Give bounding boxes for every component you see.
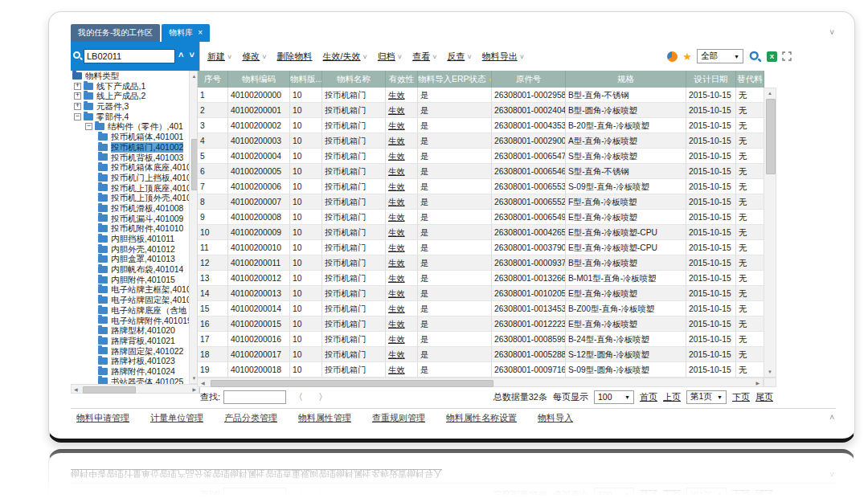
tree-expander-icon[interactable]: − <box>85 123 92 130</box>
table-row[interactable]: 184010020001710投币机箱门生效是26308001-0005288S… <box>198 347 764 362</box>
tree-item[interactable]: 内胆附件,401015 <box>71 275 189 285</box>
toolbar-button[interactable]: 修改˅ <box>242 51 266 63</box>
recent-pie-icon[interactable] <box>667 51 678 62</box>
table-vertical-scrollbar[interactable]: ▲ ▼ <box>764 88 776 378</box>
tree-item[interactable]: 投币机漏斗,401009 <box>71 214 189 224</box>
table-row[interactable]: 44010020000310投币机箱门生效是26308001-0002900A型… <box>198 133 764 149</box>
scroll-up-icon[interactable]: ▲ <box>764 91 776 96</box>
tree-item[interactable]: 路牌衬板,401023 <box>71 356 189 366</box>
find-next-icon[interactable]: 〉 <box>318 392 334 402</box>
table-search-icon[interactable] <box>750 51 761 62</box>
tree-item[interactable]: 内胆盒罩,401013 <box>71 254 189 264</box>
toolbar-button[interactable]: 物料导出˅ <box>482 51 524 63</box>
column-header[interactable]: 物料编码 <box>228 71 290 88</box>
table-row[interactable]: 164010020001510投币机箱门生效是26308001-0012223E… <box>198 316 764 332</box>
tree-item[interactable]: 电子站牌主框架,4010 <box>71 284 189 295</box>
tree-item[interactable]: 内胆外壳,401012 <box>71 244 189 255</box>
tree-item[interactable]: −结构件（零件）,401 <box>71 121 189 132</box>
column-header[interactable]: 物料名称 <box>322 71 386 88</box>
footer-link[interactable]: 查重规则管理 <box>372 412 425 424</box>
table-row[interactable]: 134010020001210投币机箱门生效是26308001-0013266B… <box>198 271 764 286</box>
table-row[interactable]: 64010020000510投币机箱门生效是26308001-0006546S型… <box>198 164 764 179</box>
footer-link[interactable]: 物料导入 <box>538 412 573 424</box>
tree-item[interactable]: 路牌固定架,401022 <box>71 346 189 357</box>
footer-link[interactable]: 物料属性名称设置 <box>446 412 517 424</box>
current-page-select[interactable]: 第1页 ▼ <box>686 390 727 404</box>
expand-fullscreen-icon[interactable] <box>782 51 792 61</box>
table-row[interactable]: 14010020000010投币机箱门生效是26308001-0002958B型… <box>198 88 764 103</box>
tree-item[interactable]: 路牌型材,401020 <box>71 325 189 336</box>
table-row[interactable]: 124010020001110投币机箱门生效是26308001-0000937B… <box>198 255 764 271</box>
scroll-left-icon[interactable]: ◀ <box>74 385 78 394</box>
column-header[interactable]: 物料导入ERP状态▼ <box>418 71 492 88</box>
next-page-link[interactable]: 下页 <box>732 391 750 403</box>
tab-material-library[interactable]: 物料库× <box>162 24 210 42</box>
tree-item[interactable]: 投币机门上挡板,4010 <box>71 173 189 183</box>
footer-link[interactable]: 产品分类管理 <box>224 412 277 424</box>
tree-expander-icon[interactable]: + <box>74 92 81 100</box>
scroll-right-icon[interactable]: ▶ <box>192 385 196 394</box>
tree-item[interactable]: 投币机附件,401010 <box>71 223 189 234</box>
first-page-link[interactable]: 首页 <box>640 391 657 403</box>
tree-item[interactable]: 投币机箱体,401001 <box>71 132 189 142</box>
table-row[interactable]: 194010020001810投币机箱门生效是26308001-0009716S… <box>198 362 764 378</box>
tree-item[interactable]: 路牌背板,401021 <box>71 336 189 346</box>
table-row[interactable]: 94010020000810投币机箱门生效是26308001-0006549E型… <box>198 210 764 225</box>
tree-expander-icon[interactable]: + <box>74 83 81 90</box>
column-header[interactable]: 替代料 <box>736 71 764 88</box>
favorite-star-icon[interactable]: ★ <box>682 51 692 62</box>
column-header[interactable]: 物料版... <box>290 71 322 88</box>
column-header[interactable]: 原件号 <box>492 71 566 88</box>
search-input[interactable] <box>84 49 175 63</box>
collapse-panel-chevron-icon[interactable]: ˅ <box>829 29 834 37</box>
table-row[interactable]: 84010020000710投币机箱门生效是26308001-0006552F型… <box>198 194 764 210</box>
tree-item[interactable]: −零部件,4 <box>71 112 189 122</box>
toolbar-button[interactable]: 新建˅ <box>207 51 231 63</box>
tree-item[interactable]: 电子站牌固定架,4010 <box>71 295 189 305</box>
tree-item[interactable]: 内胆挡板,401011 <box>71 234 189 244</box>
toolbar-button[interactable]: 归档˅ <box>378 51 402 63</box>
table-row[interactable]: 154010020001410投币机箱门生效是26308001-0013453B… <box>198 301 764 316</box>
scrollbar-thumb[interactable] <box>211 380 493 387</box>
table-row[interactable]: 74010020000610投币机箱门生效是26308001-0006553S-… <box>198 179 764 194</box>
column-header[interactable]: 设计日期 <box>686 71 736 88</box>
tree-item[interactable]: +元器件,3 <box>71 101 189 112</box>
tree-horizontal-scrollbar[interactable]: ◀ ▶ <box>71 384 199 394</box>
footer-link[interactable]: 计量单位管理 <box>150 412 203 424</box>
footer-link[interactable]: 物料申请管理 <box>76 412 129 424</box>
tree-expander-icon[interactable]: + <box>74 103 81 110</box>
excel-export-icon[interactable]: X <box>767 51 777 62</box>
tree-item[interactable]: 书站器壳体,401025 <box>71 377 189 384</box>
tree-expander-icon[interactable]: − <box>74 113 81 120</box>
toolbar-button[interactable]: 删除物料 <box>277 51 313 63</box>
footer-collapse-chevron-icon[interactable]: ˄ <box>829 413 834 422</box>
tree-item[interactable]: 路牌附件,401024 <box>71 366 189 377</box>
tree-item[interactable]: +线上产成品,2 <box>71 91 189 101</box>
scope-select[interactable]: 全部 ▼ <box>697 49 743 63</box>
tree-item[interactable]: 内胆帆布袋,401014 <box>71 264 189 275</box>
table-row[interactable]: 34010020000210投币机箱门生效是26308001-0004353B-… <box>198 118 764 133</box>
table-row[interactable]: 174010020001610投币机箱门生效是26308001-0008599B… <box>198 332 764 347</box>
scroll-left-icon[interactable]: ◀ <box>201 378 205 388</box>
tree-item[interactable]: +线下产成品,1 <box>71 81 189 92</box>
tab-close-icon[interactable]: × <box>198 28 203 37</box>
tree-item[interactable]: 电子站牌附件,401019 <box>71 316 189 326</box>
tree-item[interactable]: 投币机上顶外壳,4010 <box>71 193 189 203</box>
tab-my-workspace[interactable]: 我的任务-我的工作区 <box>71 24 160 42</box>
table-row[interactable]: 104010020000910投币机箱门生效是26308001-0004265E… <box>198 225 764 240</box>
search-next-icon[interactable]: ˅ <box>190 50 196 59</box>
footer-link[interactable]: 物料属性管理 <box>298 412 351 424</box>
scroll-right-icon[interactable]: ▶ <box>755 378 760 388</box>
tree-item[interactable]: 电子站牌底座（含地 <box>71 305 189 316</box>
prev-page-link[interactable]: 上页 <box>663 391 681 403</box>
tree-item[interactable]: 投币机上顶底座,4010 <box>71 183 189 194</box>
tree-item[interactable]: 投币机箱门,401002 <box>71 142 189 153</box>
tree-item[interactable]: 投币机背板,401003 <box>71 153 189 163</box>
tree-item[interactable]: 投币机滑板,401008 <box>71 203 189 214</box>
column-header[interactable]: 有效性 <box>386 71 418 88</box>
column-header[interactable]: 序号 <box>198 71 228 88</box>
search-prev-icon[interactable]: ˄ <box>178 50 185 59</box>
toolbar-button[interactable]: 查看˅ <box>412 51 436 63</box>
scrollbar-thumb[interactable] <box>766 99 776 174</box>
scroll-down-icon[interactable]: ▼ <box>764 369 776 374</box>
